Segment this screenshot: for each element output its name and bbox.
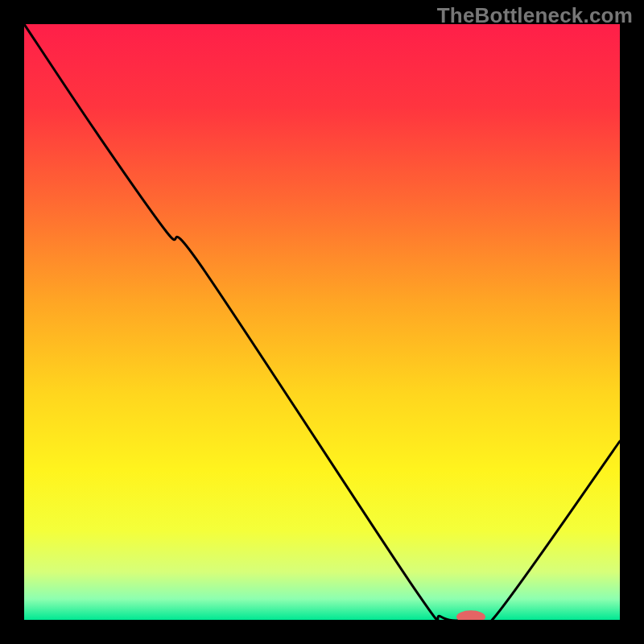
watermark-text: TheBottleneck.com — [437, 3, 633, 28]
bottleneck-chart — [0, 0, 644, 644]
optimum-marker — [456, 610, 485, 623]
gradient-background — [24, 24, 620, 620]
chart-frame: { "watermark": "TheBottleneck.com", "cha… — [0, 0, 644, 644]
